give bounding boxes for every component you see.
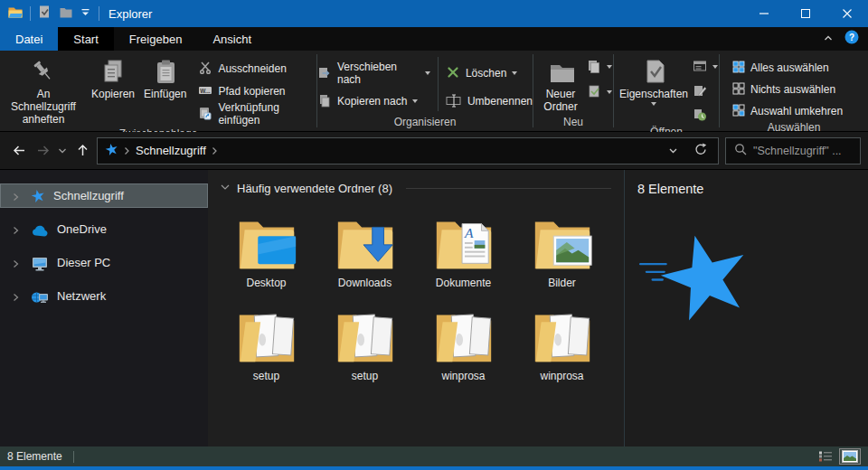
paste-button[interactable]: Einfügen — [139, 53, 191, 103]
tab-datei[interactable]: Datei — [0, 27, 58, 51]
new-folder-qat-icon[interactable] — [58, 5, 72, 23]
section-title: Häufig verwendete Ordner (8) — [237, 182, 392, 195]
details-view-button[interactable] — [816, 448, 835, 465]
quick-access-icon — [31, 189, 45, 202]
sidebar-item-this-pc[interactable]: Dieser PC — [0, 250, 208, 275]
tab-start[interactable]: Start — [58, 27, 113, 51]
search-input[interactable] — [753, 145, 852, 157]
maximize-button[interactable] — [785, 0, 826, 27]
pin-icon — [30, 55, 57, 88]
expand-chevron-icon[interactable] — [12, 258, 20, 272]
folder-tile-Bilder[interactable]: Bilder — [515, 207, 609, 289]
copy-to-button[interactable]: Kopieren nach — [317, 90, 430, 112]
customize-qat-icon[interactable] — [79, 5, 92, 23]
folder-tile-Desktop[interactable]: Desktop — [220, 207, 314, 289]
paste-shortcut-icon — [198, 106, 212, 123]
paste-shortcut-button[interactable]: Verknüpfung einfügen — [198, 104, 316, 124]
breadcrumb-chevron-icon[interactable] — [124, 143, 130, 159]
new-item-icon — [587, 59, 601, 76]
paste-icon — [152, 55, 179, 88]
window-bottom-edge — [0, 466, 868, 470]
folder-icon-generic — [332, 300, 399, 367]
move-to-button[interactable]: Verschieben nach — [317, 62, 430, 84]
minimize-button[interactable] — [743, 0, 785, 27]
folder-tile-setup[interactable]: setup — [220, 300, 314, 382]
dropdown-caret-icon — [607, 65, 612, 69]
status-bar: 8 Elemente — [0, 446, 868, 466]
explorer-window: Explorer Datei Start Freigeben Ansicht ?… — [0, 0, 868, 470]
sidebar-item-onedrive[interactable]: OneDrive — [0, 217, 208, 241]
navigation-bar: Schnellzugriff — [0, 132, 868, 170]
button-label: Kopieren nach — [337, 95, 407, 108]
button-label: Neuer Ordner — [539, 89, 582, 114]
button-label: Umbenennen — [467, 95, 533, 108]
tab-ansicht[interactable]: Ansicht — [197, 27, 267, 51]
invert-selection-button[interactable]: Auswahl umkehren — [732, 101, 843, 121]
rename-icon — [446, 93, 462, 110]
status-item-count: 8 Elemente — [7, 450, 62, 463]
preview-item-count: 8 Elemente — [637, 182, 868, 196]
ribbon-group-new: Neuer Ordner Neu — [533, 51, 613, 131]
easy-access-button[interactable] — [587, 82, 612, 102]
tab-freigeben[interactable]: Freigeben — [114, 27, 198, 51]
address-bar[interactable]: Schnellzugriff — [97, 137, 719, 164]
edit-pencil-icon — [693, 83, 707, 100]
navigation-pane: SchnellzugriffOneDriveDieser PCNetzwerk — [0, 170, 208, 446]
expand-chevron-icon[interactable] — [12, 192, 20, 205]
folder-icon-downloads — [332, 207, 399, 274]
copy-path-button[interactable]: W... Pfad kopieren — [198, 81, 316, 101]
delete-x-icon — [446, 65, 460, 82]
explorer-app-icon — [7, 4, 24, 24]
move-to-icon — [317, 65, 332, 82]
rename-button[interactable]: Umbenennen — [446, 90, 533, 112]
delete-button[interactable]: Löschen — [446, 62, 533, 84]
new-folder-button[interactable]: Neuer Ordner — [534, 53, 587, 116]
help-icon[interactable]: ? — [844, 30, 859, 48]
new-item-button[interactable] — [587, 57, 612, 77]
search-box[interactable] — [725, 137, 861, 164]
sidebar-item-quick-access[interactable]: Schnellzugriff — [0, 183, 208, 208]
recent-locations-button[interactable] — [54, 138, 71, 164]
refresh-icon[interactable] — [694, 143, 707, 159]
up-button[interactable] — [71, 138, 94, 164]
properties-button[interactable]: Eigenschaften — [615, 53, 693, 108]
thumbnail-view-button[interactable] — [839, 448, 861, 465]
back-button[interactable] — [7, 138, 31, 164]
copy-button[interactable]: Kopieren — [87, 53, 139, 103]
folder-tile-winprosa[interactable]: winprosa — [417, 300, 511, 382]
folder-tile-Dokumente[interactable]: ADokumente — [417, 207, 511, 289]
breadcrumb-chevron-icon[interactable] — [212, 143, 218, 159]
open-button[interactable] — [693, 57, 718, 77]
select-all-button[interactable]: Alles auswählen — [732, 58, 843, 78]
folder-icon-documents: A — [430, 207, 497, 274]
button-label: Ausschneiden — [218, 62, 286, 75]
button-label: Einfügen — [144, 89, 186, 101]
edit-button[interactable] — [693, 81, 718, 101]
properties-qat-icon[interactable] — [37, 5, 52, 23]
sidebar-item-label: OneDrive — [57, 222, 107, 236]
breadcrumb-quick-access[interactable]: Schnellzugriff — [136, 144, 206, 157]
path-icon: W... — [198, 83, 212, 100]
ribbon: An Schnellzugriff anheften Kopieren Einf… — [0, 51, 868, 132]
cut-button[interactable]: Ausschneiden — [198, 59, 316, 79]
ribbon-group-open: Eigenschaften Öffnen — [614, 51, 719, 131]
folder-tile-setup[interactable]: setup — [318, 300, 412, 382]
folder-tile-Downloads[interactable]: Downloads — [318, 207, 412, 289]
expand-chevron-icon[interactable] — [12, 292, 20, 306]
address-dropdown-icon[interactable] — [668, 143, 678, 159]
collapse-ribbon-icon[interactable] — [823, 31, 834, 47]
sidebar-item-network[interactable]: Netzwerk — [0, 284, 208, 308]
folder-tile-winprosa[interactable]: winprosa — [515, 300, 609, 382]
forward-button[interactable] — [31, 138, 54, 164]
select-none-button[interactable]: Nichts auswählen — [732, 80, 843, 99]
svg-text:?: ? — [849, 33, 854, 42]
close-button[interactable] — [826, 0, 868, 27]
copy-icon — [99, 55, 127, 88]
pin-to-quick-access-button[interactable]: An Schnellzugriff anheften — [0, 53, 87, 127]
expand-chevron-icon[interactable] — [12, 225, 20, 239]
history-button[interactable] — [693, 106, 718, 126]
history-clock-icon — [693, 108, 707, 125]
section-header[interactable]: Häufig verwendete Ordner (8) — [217, 182, 624, 195]
folder-label: setup — [352, 370, 378, 382]
button-label: Alles auswählen — [750, 61, 829, 74]
